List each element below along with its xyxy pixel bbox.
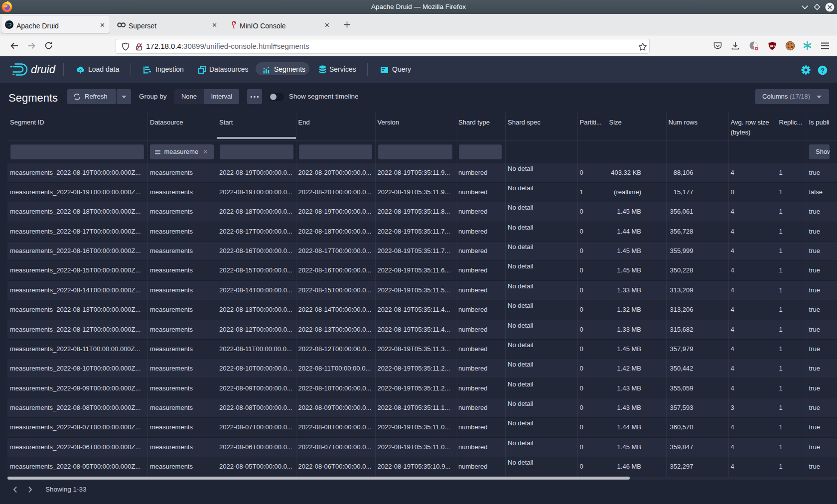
svg-text:?: ? bbox=[821, 67, 825, 74]
svg-text:uO: uO bbox=[770, 44, 775, 48]
